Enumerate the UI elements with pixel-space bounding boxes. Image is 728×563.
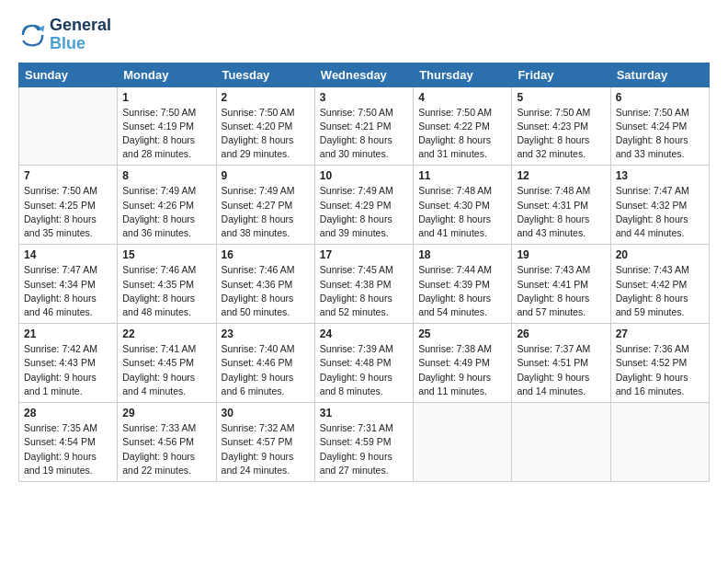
calendar-table: SundayMondayTuesdayWednesdayThursdayFrid… <box>18 63 710 482</box>
day-number: 5 <box>517 91 605 104</box>
logo-text: General Blue <box>50 17 111 53</box>
day-info: Sunrise: 7:32 AMSunset: 4:57 PMDaylight:… <box>222 421 310 477</box>
day-number: 10 <box>320 169 408 182</box>
calendar-cell: 24 Sunrise: 7:39 AMSunset: 4:48 PMDaylig… <box>314 324 413 403</box>
day-number: 1 <box>122 91 210 104</box>
day-info: Sunrise: 7:37 AMSunset: 4:51 PMDaylight:… <box>517 342 605 398</box>
day-number: 24 <box>320 327 408 340</box>
day-info: Sunrise: 7:50 AMSunset: 4:24 PMDaylight:… <box>616 106 704 162</box>
day-number: 26 <box>517 327 605 340</box>
weekday-saturday: Saturday <box>610 63 709 86</box>
calendar-cell: 30 Sunrise: 7:32 AMSunset: 4:57 PMDaylig… <box>216 403 314 482</box>
day-info: Sunrise: 7:50 AMSunset: 4:23 PMDaylight:… <box>517 106 605 162</box>
day-number: 12 <box>517 169 605 182</box>
calendar-cell: 27 Sunrise: 7:36 AMSunset: 4:52 PMDaylig… <box>610 324 709 403</box>
day-info: Sunrise: 7:50 AMSunset: 4:21 PMDaylight:… <box>320 106 408 162</box>
day-info: Sunrise: 7:35 AMSunset: 4:54 PMDaylight:… <box>24 421 112 477</box>
day-number: 13 <box>616 169 704 182</box>
calendar-cell: 26 Sunrise: 7:37 AMSunset: 4:51 PMDaylig… <box>512 324 610 403</box>
day-info: Sunrise: 7:50 AMSunset: 4:19 PMDaylight:… <box>122 106 210 162</box>
logo-icon <box>18 21 46 49</box>
weekday-wednesday: Wednesday <box>314 63 413 86</box>
day-number: 14 <box>24 248 112 261</box>
day-number: 19 <box>517 248 605 261</box>
weekday-friday: Friday <box>512 63 610 86</box>
day-info: Sunrise: 7:40 AMSunset: 4:46 PMDaylight:… <box>222 342 310 398</box>
calendar-cell: 25 Sunrise: 7:38 AMSunset: 4:49 PMDaylig… <box>414 324 512 403</box>
calendar-cell: 16 Sunrise: 7:46 AMSunset: 4:36 PMDaylig… <box>216 245 314 324</box>
day-info: Sunrise: 7:31 AMSunset: 4:59 PMDaylight:… <box>320 421 408 477</box>
day-number: 2 <box>222 91 310 104</box>
calendar-cell: 10 Sunrise: 7:49 AMSunset: 4:29 PMDaylig… <box>314 166 413 245</box>
week-row-2: 7 Sunrise: 7:50 AMSunset: 4:25 PMDayligh… <box>19 166 710 245</box>
day-info: Sunrise: 7:47 AMSunset: 4:34 PMDaylight:… <box>24 263 112 319</box>
day-info: Sunrise: 7:49 AMSunset: 4:27 PMDaylight:… <box>222 184 310 240</box>
week-row-3: 14 Sunrise: 7:47 AMSunset: 4:34 PMDaylig… <box>19 245 710 324</box>
day-info: Sunrise: 7:49 AMSunset: 4:29 PMDaylight:… <box>320 184 408 240</box>
calendar-cell: 5 Sunrise: 7:50 AMSunset: 4:23 PMDayligh… <box>512 86 610 166</box>
day-info: Sunrise: 7:45 AMSunset: 4:38 PMDaylight:… <box>320 263 408 319</box>
day-number: 4 <box>418 91 506 104</box>
calendar-cell: 7 Sunrise: 7:50 AMSunset: 4:25 PMDayligh… <box>19 166 118 245</box>
day-number: 28 <box>24 407 112 419</box>
page-container: General Blue SundayMondayTuesdayWednesda… <box>0 0 728 491</box>
logo: General Blue <box>18 17 111 53</box>
day-number: 20 <box>616 248 704 261</box>
day-number: 11 <box>418 169 506 182</box>
calendar-cell <box>19 86 118 166</box>
day-info: Sunrise: 7:49 AMSunset: 4:26 PMDaylight:… <box>122 184 210 240</box>
day-info: Sunrise: 7:46 AMSunset: 4:35 PMDaylight:… <box>122 263 210 319</box>
calendar-cell: 22 Sunrise: 7:41 AMSunset: 4:45 PMDaylig… <box>118 324 216 403</box>
calendar-cell: 17 Sunrise: 7:45 AMSunset: 4:38 PMDaylig… <box>314 245 413 324</box>
day-number: 3 <box>320 91 408 104</box>
day-info: Sunrise: 7:39 AMSunset: 4:48 PMDaylight:… <box>320 342 408 398</box>
day-number: 29 <box>122 407 210 419</box>
day-info: Sunrise: 7:48 AMSunset: 4:31 PMDaylight:… <box>517 184 605 240</box>
day-info: Sunrise: 7:48 AMSunset: 4:30 PMDaylight:… <box>418 184 506 240</box>
weekday-tuesday: Tuesday <box>216 63 314 86</box>
calendar-cell: 19 Sunrise: 7:43 AMSunset: 4:41 PMDaylig… <box>512 245 610 324</box>
calendar-cell: 14 Sunrise: 7:47 AMSunset: 4:34 PMDaylig… <box>19 245 118 324</box>
day-number: 23 <box>222 327 310 340</box>
weekday-thursday: Thursday <box>414 63 512 86</box>
day-info: Sunrise: 7:47 AMSunset: 4:32 PMDaylight:… <box>616 184 704 240</box>
day-number: 6 <box>616 91 704 104</box>
day-info: Sunrise: 7:50 AMSunset: 4:22 PMDaylight:… <box>418 106 506 162</box>
calendar-cell <box>512 403 610 482</box>
weekday-monday: Monday <box>118 63 216 86</box>
calendar-cell: 23 Sunrise: 7:40 AMSunset: 4:46 PMDaylig… <box>216 324 314 403</box>
calendar-cell: 28 Sunrise: 7:35 AMSunset: 4:54 PMDaylig… <box>19 403 118 482</box>
calendar-cell: 12 Sunrise: 7:48 AMSunset: 4:31 PMDaylig… <box>512 166 610 245</box>
day-info: Sunrise: 7:43 AMSunset: 4:41 PMDaylight:… <box>517 263 605 319</box>
day-number: 9 <box>222 169 310 182</box>
calendar-cell: 9 Sunrise: 7:49 AMSunset: 4:27 PMDayligh… <box>216 166 314 245</box>
week-row-5: 28 Sunrise: 7:35 AMSunset: 4:54 PMDaylig… <box>19 403 710 482</box>
calendar-cell: 29 Sunrise: 7:33 AMSunset: 4:56 PMDaylig… <box>118 403 216 482</box>
weekday-sunday: Sunday <box>19 63 118 86</box>
day-number: 30 <box>222 407 310 419</box>
calendar-cell: 31 Sunrise: 7:31 AMSunset: 4:59 PMDaylig… <box>314 403 413 482</box>
calendar-cell: 15 Sunrise: 7:46 AMSunset: 4:35 PMDaylig… <box>118 245 216 324</box>
calendar-cell: 1 Sunrise: 7:50 AMSunset: 4:19 PMDayligh… <box>118 86 216 166</box>
calendar-cell: 8 Sunrise: 7:49 AMSunset: 4:26 PMDayligh… <box>118 166 216 245</box>
calendar-cell: 21 Sunrise: 7:42 AMSunset: 4:43 PMDaylig… <box>19 324 118 403</box>
day-number: 25 <box>418 327 506 340</box>
calendar-cell <box>414 403 512 482</box>
day-number: 8 <box>122 169 210 182</box>
day-info: Sunrise: 7:41 AMSunset: 4:45 PMDaylight:… <box>122 342 210 398</box>
weekday-header-row: SundayMondayTuesdayWednesdayThursdayFrid… <box>19 63 710 86</box>
day-number: 21 <box>24 327 112 340</box>
day-info: Sunrise: 7:33 AMSunset: 4:56 PMDaylight:… <box>122 421 210 477</box>
day-info: Sunrise: 7:36 AMSunset: 4:52 PMDaylight:… <box>616 342 704 398</box>
day-number: 15 <box>122 248 210 261</box>
day-number: 27 <box>616 327 704 340</box>
day-info: Sunrise: 7:50 AMSunset: 4:25 PMDaylight:… <box>24 184 112 240</box>
day-number: 31 <box>320 407 408 419</box>
week-row-1: 1 Sunrise: 7:50 AMSunset: 4:19 PMDayligh… <box>19 86 710 166</box>
week-row-4: 21 Sunrise: 7:42 AMSunset: 4:43 PMDaylig… <box>19 324 710 403</box>
calendar-cell: 4 Sunrise: 7:50 AMSunset: 4:22 PMDayligh… <box>414 86 512 166</box>
day-number: 18 <box>418 248 506 261</box>
day-number: 22 <box>122 327 210 340</box>
calendar-cell: 20 Sunrise: 7:43 AMSunset: 4:42 PMDaylig… <box>610 245 709 324</box>
header: General Blue <box>18 17 710 53</box>
